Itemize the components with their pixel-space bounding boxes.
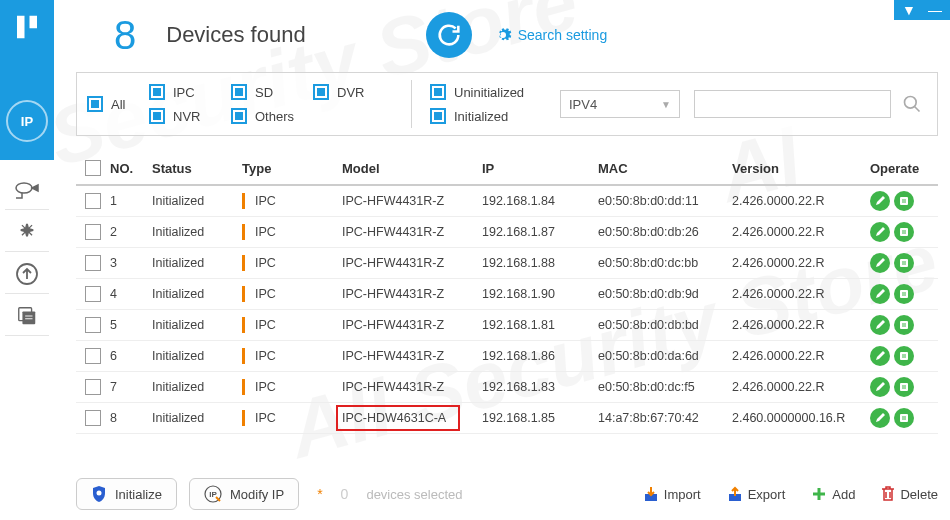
cell-model: IPC-HFW4431R-Z bbox=[342, 380, 482, 394]
detail-button[interactable] bbox=[894, 408, 914, 428]
sidebar-item-docs[interactable] bbox=[5, 296, 49, 336]
minimize-icon[interactable]: — bbox=[928, 3, 942, 17]
table-body: 1InitializedIPCIPC-HFW4431R-Z192.168.1.8… bbox=[76, 186, 938, 434]
col-no[interactable]: NO. bbox=[110, 161, 152, 176]
cell-status: Initialized bbox=[152, 287, 242, 301]
window-controls: ▼ — bbox=[894, 0, 950, 20]
dropdown-icon[interactable]: ▼ bbox=[902, 3, 916, 17]
cell-ip: 192.168.1.84 bbox=[482, 194, 598, 208]
cell-mac: e0:50:8b:d0:db:9d bbox=[598, 287, 732, 301]
col-mac[interactable]: MAC bbox=[598, 161, 732, 176]
edit-button[interactable] bbox=[870, 315, 890, 335]
sidebar-item-tools[interactable] bbox=[5, 212, 49, 252]
delete-button[interactable]: Delete bbox=[881, 486, 938, 502]
export-button[interactable]: Export bbox=[727, 486, 786, 502]
col-operate: Operate bbox=[870, 161, 936, 176]
select-all-checkbox[interactable] bbox=[85, 160, 101, 176]
ip-badge-label: IP bbox=[21, 114, 33, 129]
add-button[interactable]: Add bbox=[811, 486, 855, 502]
plus-icon bbox=[811, 486, 827, 502]
search-button[interactable] bbox=[897, 90, 927, 118]
ip-badge[interactable]: IP bbox=[6, 100, 48, 142]
detail-button[interactable] bbox=[894, 284, 914, 304]
search-setting-button[interactable]: Search setting bbox=[494, 26, 608, 44]
cell-ip: 192.168.1.90 bbox=[482, 287, 598, 301]
col-model[interactable]: Model bbox=[342, 161, 482, 176]
col-type[interactable]: Type bbox=[242, 161, 342, 176]
table-row[interactable]: 1InitializedIPCIPC-HFW4431R-Z192.168.1.8… bbox=[76, 186, 938, 217]
import-button[interactable]: Import bbox=[643, 486, 701, 502]
table-row[interactable]: 8InitializedIPCIPC-HDW4631C-A192.168.1.8… bbox=[76, 403, 938, 434]
row-checkbox[interactable] bbox=[85, 286, 101, 302]
edit-button[interactable] bbox=[870, 284, 890, 304]
edit-button[interactable] bbox=[870, 346, 890, 366]
filter-dvr[interactable]: DVR bbox=[313, 84, 375, 100]
cell-mac: e0:50:8b:d0:db:26 bbox=[598, 225, 732, 239]
detail-button[interactable] bbox=[894, 253, 914, 273]
cell-operate bbox=[870, 284, 936, 304]
shield-icon bbox=[91, 485, 107, 503]
detail-button[interactable] bbox=[894, 346, 914, 366]
cell-no: 7 bbox=[110, 380, 152, 394]
svg-rect-10 bbox=[900, 352, 908, 360]
edit-button[interactable] bbox=[870, 377, 890, 397]
cell-ip: 192.168.1.88 bbox=[482, 256, 598, 270]
cell-status: Initialized bbox=[152, 225, 242, 239]
svg-rect-11 bbox=[900, 383, 908, 391]
filter-ipc[interactable]: IPC bbox=[149, 84, 211, 100]
cell-type: IPC bbox=[242, 348, 342, 364]
edit-button[interactable] bbox=[870, 408, 890, 428]
filter-nvr[interactable]: NVR bbox=[149, 108, 211, 124]
row-checkbox[interactable] bbox=[85, 224, 101, 240]
row-checkbox[interactable] bbox=[85, 379, 101, 395]
ip-mode-select[interactable]: IPV4 ▼ bbox=[560, 90, 680, 118]
refresh-button[interactable] bbox=[426, 12, 472, 58]
cell-operate bbox=[870, 346, 936, 366]
cell-operate bbox=[870, 315, 936, 335]
detail-button[interactable] bbox=[894, 191, 914, 211]
table-row[interactable]: 6InitializedIPCIPC-HFW4431R-Z192.168.1.8… bbox=[76, 341, 938, 372]
table-row[interactable]: 3InitializedIPCIPC-HFW4431R-Z192.168.1.8… bbox=[76, 248, 938, 279]
table-row[interactable]: 7InitializedIPCIPC-HFW4431R-Z192.168.1.8… bbox=[76, 372, 938, 403]
cell-mac: e0:50:8b:d0:db:bd bbox=[598, 318, 732, 332]
detail-button[interactable] bbox=[894, 377, 914, 397]
row-checkbox[interactable] bbox=[85, 348, 101, 364]
header: 8 Devices found Search setting bbox=[54, 0, 950, 70]
col-status[interactable]: Status bbox=[152, 161, 242, 176]
device-count: 8 bbox=[114, 13, 136, 58]
row-checkbox[interactable] bbox=[85, 317, 101, 333]
import-icon bbox=[643, 486, 659, 502]
cell-type: IPC bbox=[242, 410, 342, 426]
sidebar-item-upload[interactable] bbox=[5, 254, 49, 294]
detail-button[interactable] bbox=[894, 315, 914, 335]
filter-sd[interactable]: SD bbox=[231, 84, 293, 100]
row-checkbox[interactable] bbox=[85, 193, 101, 209]
row-checkbox[interactable] bbox=[85, 255, 101, 271]
filter-others[interactable]: Others bbox=[231, 108, 294, 124]
ip-mode-label: IPV4 bbox=[569, 97, 597, 112]
filter-initialized[interactable]: Initialized bbox=[430, 108, 530, 124]
sidebar-item-camera[interactable] bbox=[5, 170, 49, 210]
cell-no: 2 bbox=[110, 225, 152, 239]
modify-ip-button[interactable]: IP Modify IP bbox=[189, 478, 299, 510]
col-ip[interactable]: IP bbox=[482, 161, 598, 176]
cell-model: IPC-HDW4631C-A bbox=[342, 411, 482, 425]
search-input[interactable] bbox=[694, 90, 891, 118]
edit-button[interactable] bbox=[870, 253, 890, 273]
cell-operate bbox=[870, 253, 936, 273]
initialize-button[interactable]: Initialize bbox=[76, 478, 177, 510]
detail-button[interactable] bbox=[894, 222, 914, 242]
cell-operate bbox=[870, 408, 936, 428]
edit-button[interactable] bbox=[870, 191, 890, 211]
table-row[interactable]: 5InitializedIPCIPC-HFW4431R-Z192.168.1.8… bbox=[76, 310, 938, 341]
table-row[interactable]: 2InitializedIPCIPC-HFW4431R-Z192.168.1.8… bbox=[76, 217, 938, 248]
filter-uninitialized[interactable]: Uninitialized bbox=[430, 84, 530, 100]
filter-all[interactable]: All bbox=[87, 96, 149, 112]
divider bbox=[411, 80, 412, 128]
table-row[interactable]: 4InitializedIPCIPC-HFW4431R-Z192.168.1.9… bbox=[76, 279, 938, 310]
col-version[interactable]: Version bbox=[732, 161, 870, 176]
filter-bar: All IPC SD DVR NVR Others Uninitialized … bbox=[76, 72, 938, 136]
row-checkbox[interactable] bbox=[85, 410, 101, 426]
cell-no: 1 bbox=[110, 194, 152, 208]
edit-button[interactable] bbox=[870, 222, 890, 242]
